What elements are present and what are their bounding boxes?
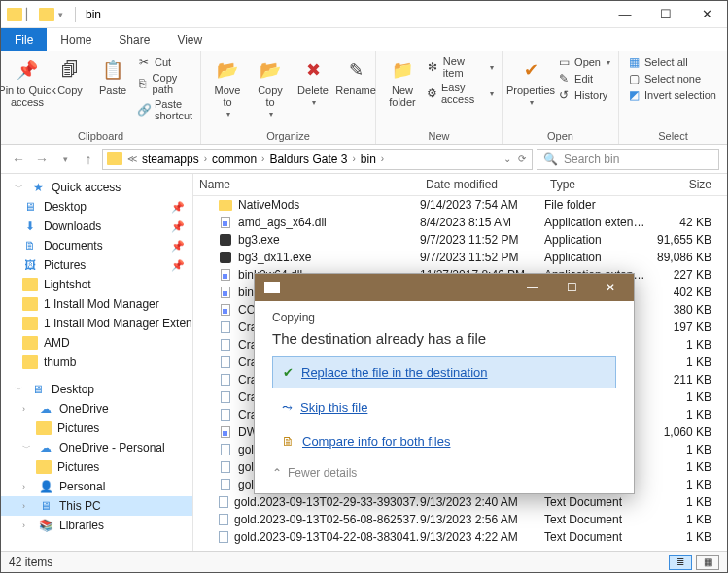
sidebar-item[interactable]: 1 Install Mod Manager [1, 294, 192, 314]
cloud-icon: ☁ [38, 402, 53, 416]
folder-icon [36, 421, 52, 435]
recent-button[interactable]: ▾ [55, 150, 75, 169]
large-icons-view-button[interactable]: ▦ [696, 555, 719, 570]
file-name: gold.2023-09-13T04-22-08-383041.log [234, 530, 420, 544]
edit-button[interactable]: ✎Edit [557, 72, 610, 85]
invert-selection-button[interactable]: ◩Invert selection [627, 88, 716, 102]
search-input[interactable]: 🔍 Search bin [537, 149, 719, 170]
forward-button[interactable]: → [32, 150, 52, 169]
col-size[interactable]: Size [649, 174, 727, 195]
file-row[interactable]: bg3.exe9/7/2023 11:52 PMApplication91,65… [193, 231, 727, 249]
select-all-button[interactable]: ▦Select all [627, 55, 716, 69]
col-name[interactable]: Name [193, 174, 420, 195]
sidebar-this-pc[interactable]: ›🖥This PC [1, 496, 192, 516]
delete-button[interactable]: ✖Delete▾ [295, 55, 331, 109]
history-button[interactable]: ↺History [557, 88, 610, 102]
rename-button[interactable]: ✎Rename [337, 55, 374, 98]
tab-file[interactable]: File [1, 28, 47, 51]
address-dropdown[interactable]: ⌄ [502, 153, 513, 164]
file-row[interactable]: gold.2023-09-13T02-56-08-862537.log9/13/… [193, 511, 727, 528]
file-row[interactable]: amd_ags_x64.dll8/4/2023 8:15 AMApplicati… [193, 214, 727, 231]
invert-icon: ◩ [627, 88, 641, 102]
sidebar-item[interactable]: thumb [1, 353, 192, 372]
pin-quick-access-button[interactable]: 📌Pin to Quick access [9, 55, 46, 110]
dialog-titlebar[interactable]: — ☐ ✕ [255, 274, 634, 301]
qat-dropdown[interactable]: ▾ [58, 10, 63, 19]
easy-access-button[interactable]: ⚙Easy access▾ [427, 82, 494, 105]
move-to-button[interactable]: 📂Move to▾ [209, 55, 246, 120]
cut-button[interactable]: ✂Cut [137, 55, 192, 69]
new-folder-button[interactable]: 📁New folder [384, 55, 421, 110]
sidebar-desktop[interactable]: ﹀🖥Desktop [1, 380, 192, 399]
back-button[interactable]: ← [9, 150, 28, 169]
sidebar-item-label: 1 Install Mod Manager Exten [44, 317, 192, 330]
file-date: 8/4/2023 8:15 AM [420, 216, 544, 229]
file-row[interactable]: NativeMods9/14/2023 7:54 AMFile folder [193, 196, 727, 214]
refresh-button[interactable]: ⟳ [516, 153, 528, 164]
paste-button[interactable]: 📋Paste [94, 55, 131, 98]
file-row[interactable]: gold.2023-09-13T04-22-08-383041.log9/13/… [193, 528, 727, 546]
replace-file-option[interactable]: ✔ Replace the file in the destination [272, 356, 616, 388]
tab-view[interactable]: View [163, 28, 216, 51]
crumb[interactable]: Baldurs Gate 3 [269, 152, 347, 166]
chevron-icon[interactable]: ≪ [125, 153, 139, 164]
sidebar-item[interactable]: AMD [1, 333, 192, 353]
properties-button[interactable]: ✔Properties▾ [510, 55, 551, 109]
sidebar-item[interactable]: 🖥Desktop📌 [1, 197, 192, 217]
minimize-button[interactable]: — [605, 3, 645, 26]
new-item-button[interactable]: ❇New item▾ [427, 55, 494, 79]
sidebar-item-label: Documents [44, 239, 103, 253]
tab-share[interactable]: Share [105, 28, 163, 51]
crumb[interactable]: common [212, 152, 257, 166]
dialog-minimize-button[interactable]: — [513, 277, 552, 298]
fewer-details-toggle[interactable]: ⌃ Fewer details [272, 466, 616, 480]
column-headers[interactable]: Name Date modified Type Size [193, 174, 727, 196]
up-button[interactable]: ↑ [79, 150, 98, 169]
crumb[interactable]: steamapps [142, 152, 199, 166]
file-name: gold.2023-09-13T02-56-08-862537.log [234, 513, 420, 526]
breadcrumb[interactable]: ≪ steamapps› common› Baldurs Gate 3› bin… [102, 149, 533, 170]
open-button[interactable]: ▭Open▾ [557, 55, 610, 69]
dialog-close-button[interactable]: ✕ [591, 277, 630, 298]
file-row[interactable]: bg3_dx11.exe9/7/2023 11:52 PMApplication… [193, 249, 727, 266]
sidebar-item[interactable]: ⬇Downloads📌 [1, 217, 192, 236]
chevron-right-icon[interactable]: › [350, 153, 357, 164]
col-type[interactable]: Type [544, 174, 649, 195]
maximize-button[interactable]: ☐ [645, 3, 686, 26]
sidebar-item[interactable]: Pictures [1, 457, 192, 477]
star-icon: ★ [30, 181, 46, 194]
chevron-right-icon[interactable]: › [202, 153, 209, 164]
sidebar-item-label: 1 Install Mod Manager [44, 297, 159, 311]
sidebar-quick-access[interactable]: ﹀★Quick access [1, 178, 192, 197]
sidebar-personal[interactable]: ›👤Personal [1, 477, 192, 496]
sidebar-libraries[interactable]: ›📚Libraries [1, 516, 192, 535]
folder-icon [36, 460, 52, 474]
sidebar-item[interactable]: 🗎Documents📌 [1, 236, 192, 255]
dialog-maximize-button[interactable]: ☐ [552, 277, 591, 298]
pin-icon: 📌 [171, 240, 185, 253]
sidebar-onedrive-personal[interactable]: ﹀☁OneDrive - Personal [1, 438, 192, 457]
tab-home[interactable]: Home [47, 28, 105, 51]
sidebar-item[interactable]: 🖼Pictures📌 [1, 255, 192, 275]
file-row[interactable]: gold.2023-09-13T02-29-33-393037.log9/13/… [193, 493, 727, 511]
sidebar-onedrive[interactable]: ›☁OneDrive [1, 399, 192, 419]
close-button[interactable]: ✕ [686, 3, 727, 26]
compare-files-option[interactable]: 🗎 Compare info for both files [272, 426, 616, 456]
select-none-button[interactable]: ▢Select none [627, 72, 716, 85]
chevron-right-icon[interactable]: › [260, 153, 266, 164]
copy-path-button[interactable]: ⎘Copy path [137, 72, 192, 95]
skip-file-option[interactable]: ⤳ Skip this file [272, 392, 616, 422]
copy-to-button[interactable]: 📂Copy to▾ [252, 55, 289, 120]
col-date[interactable]: Date modified [420, 174, 544, 195]
file-size: 1 KB [649, 408, 727, 421]
crumb[interactable]: bin [361, 152, 376, 166]
sidebar-item[interactable]: Lightshot [1, 275, 192, 294]
chevron-right-icon[interactable]: › [379, 153, 386, 164]
sidebar-item[interactable]: 1 Install Mod Manager Exten [1, 314, 192, 333]
navigation-pane[interactable]: ﹀★Quick access 🖥Desktop📌⬇Downloads📌🗎Docu… [1, 174, 193, 553]
group-label: Open [510, 128, 610, 142]
details-view-button[interactable]: ≣ [669, 555, 692, 570]
copy-button[interactable]: 🗐Copy [52, 55, 88, 98]
paste-shortcut-button[interactable]: 🔗Paste shortcut [137, 98, 192, 121]
sidebar-item[interactable]: Pictures [1, 419, 192, 438]
